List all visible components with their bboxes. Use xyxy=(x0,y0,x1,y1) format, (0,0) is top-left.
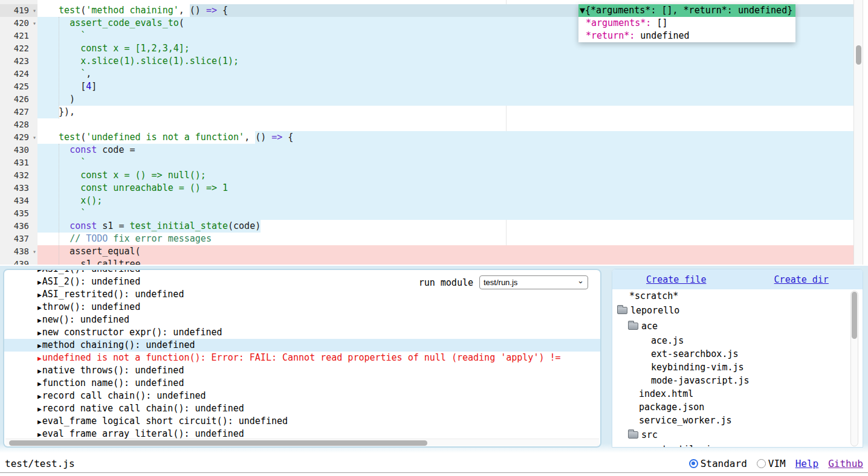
calltree-item[interactable]: ▶record native call chain(): undefined xyxy=(4,402,600,415)
code-line[interactable]: const x = [1,2,3,4]; xyxy=(37,42,853,55)
expand-triangle-icon[interactable]: ▶ xyxy=(37,431,42,439)
code-line[interactable]: ` xyxy=(37,156,853,169)
editor-line[interactable]: 422 const x = [1,2,3,4]; xyxy=(0,42,853,55)
calltree-item-label: new constructor expr(): undefined xyxy=(42,327,222,338)
editor-line[interactable]: 439 s1.calltree xyxy=(0,258,853,265)
code-line[interactable]: ) xyxy=(37,93,853,106)
editor-line[interactable]: 426 ) xyxy=(0,93,853,106)
file-tree-item[interactable]: keybinding-vim.js xyxy=(612,361,863,374)
tooltip-header[interactable]: ▼{*arguments*: [], *return*: undefined} xyxy=(578,4,795,17)
expand-triangle-icon[interactable]: ▶ xyxy=(37,380,42,388)
editor-line[interactable]: 428 xyxy=(0,118,853,131)
github-link[interactable]: Github xyxy=(828,458,863,469)
help-link[interactable]: Help xyxy=(795,458,819,469)
code-line[interactable]: ` xyxy=(37,207,853,220)
code-line[interactable]: const s1 = test_initial_state(code) xyxy=(37,220,853,233)
fold-marker-icon[interactable]: ▾ xyxy=(33,17,36,30)
expand-triangle-icon[interactable]: ▶ xyxy=(37,269,42,274)
expand-triangle-icon[interactable]: ▶ xyxy=(37,291,42,299)
calltree-item[interactable]: ▶native throws(): undefined xyxy=(4,364,600,377)
fold-marker-icon[interactable]: ▾ xyxy=(33,245,36,258)
calltree-item[interactable]: ▶function name(): undefined xyxy=(4,377,600,390)
file-tree-item[interactable]: ast_utils.js xyxy=(612,443,863,448)
code-line[interactable]: const code = xyxy=(37,144,853,156)
file-tree-item[interactable]: service_worker.js xyxy=(612,414,863,427)
file-tree-item[interactable]: mode-javascript.js xyxy=(612,374,863,387)
editor-line[interactable]: 431 ` xyxy=(0,156,853,169)
editor-line[interactable]: 425 [4] xyxy=(0,80,853,93)
calltree-hscrollbar-thumb[interactable] xyxy=(9,440,427,446)
code-line[interactable]: const unreachable = () => 1 xyxy=(37,182,853,195)
expand-triangle-icon[interactable]: ▶ xyxy=(37,393,42,400)
calltree-item[interactable]: ▶undefined is not a function(): Error: F… xyxy=(4,352,600,364)
editor-line[interactable]: 423 x.slice(1).slice(1).slice(1); xyxy=(0,55,853,68)
expand-triangle-icon[interactable]: ▶ xyxy=(37,278,42,286)
calltree-item[interactable]: ▶method chaining(): undefined xyxy=(4,339,600,352)
editor-line[interactable]: 427 }), xyxy=(0,106,853,118)
calltree-item[interactable]: ▶throw(): undefined xyxy=(4,301,600,314)
expand-triangle-icon[interactable]: ▶ xyxy=(37,342,42,350)
expand-triangle-icon[interactable]: ▶ xyxy=(37,418,42,426)
expand-triangle-icon[interactable]: ▶ xyxy=(37,405,42,413)
editor-line[interactable]: 436 const s1 = test_initial_state(code) xyxy=(0,220,853,233)
file-tree-item[interactable]: package.json xyxy=(612,400,863,414)
code-line[interactable]: // TODO fix error messages xyxy=(37,233,853,245)
code-token: [ xyxy=(48,81,86,92)
editor-line[interactable]: 430 const code = xyxy=(0,144,853,156)
expand-triangle-icon[interactable]: ▶ xyxy=(37,317,42,324)
code-text: `, xyxy=(48,68,91,79)
calltree-item[interactable]: ▶eval_frame logical short circuit(): und… xyxy=(4,415,600,428)
expand-triangle-icon[interactable]: ▶ xyxy=(37,329,42,337)
code-line[interactable]: [4] xyxy=(37,80,853,93)
code-line[interactable]: }), xyxy=(37,106,853,118)
run-module-select[interactable]: test/run.js ⌄ xyxy=(479,275,588,289)
calltree-item[interactable]: ▶record call chain(): undefined xyxy=(4,390,600,402)
file-tree-item[interactable]: ace xyxy=(612,318,863,334)
code-line[interactable] xyxy=(37,118,853,131)
editor-line[interactable]: 438▾ assert_equal( xyxy=(0,245,853,258)
indent-guide xyxy=(59,144,59,265)
editor-line[interactable]: 424 `, xyxy=(0,68,853,80)
create-file-link[interactable]: Create file xyxy=(646,274,706,285)
expand-triangle-icon[interactable]: ▶ xyxy=(37,355,42,362)
editor-scrollbar xyxy=(853,0,863,265)
calltree-item[interactable]: ▶new constructor expr(): undefined xyxy=(4,326,600,339)
standard-mode-radio[interactable]: Standard xyxy=(689,458,747,469)
vim-mode-radio[interactable]: VIM xyxy=(757,458,786,469)
editor-line[interactable]: 433 const unreachable = () => 1 xyxy=(0,182,853,195)
file-tree-scrollbar-thumb[interactable] xyxy=(852,292,857,339)
file-tree-item[interactable]: index.html xyxy=(612,387,863,400)
editor-line[interactable]: 432 const x = () => null(); xyxy=(0,169,853,182)
file-tree-item[interactable]: *scratch* xyxy=(612,289,863,303)
file-tree-item[interactable]: ace.js xyxy=(612,334,863,347)
calltree-item[interactable]: ▶ASI_restrited(): undefined xyxy=(4,288,600,301)
create-dir-link[interactable]: Create dir xyxy=(774,274,829,285)
code-editor[interactable]: 419▾ test('method chaining', () => {420▾… xyxy=(0,0,868,265)
file-tree-item[interactable]: leporello xyxy=(612,303,863,318)
editor-line[interactable]: 429▾ test('undefined is not a function',… xyxy=(0,131,853,144)
fold-marker-icon[interactable]: ▾ xyxy=(33,131,36,144)
code-line[interactable]: `, xyxy=(37,68,853,80)
editor-scrollbar-thumb[interactable] xyxy=(856,45,861,65)
calltree-item[interactable]: ▶new(): undefined xyxy=(4,314,600,326)
code-token: , () xyxy=(244,132,271,143)
code-line[interactable]: const x = () => null(); xyxy=(37,169,853,182)
line-number: 423 xyxy=(14,56,29,66)
gutter-cell: 437 xyxy=(0,233,37,245)
code-line[interactable]: s1.calltree xyxy=(37,258,853,265)
fold-marker-icon[interactable]: ▾ xyxy=(33,4,36,17)
editor-line[interactable]: 434 x(); xyxy=(0,195,853,207)
expand-triangle-icon[interactable]: ▶ xyxy=(37,367,42,375)
code-line[interactable]: assert_equal( xyxy=(37,245,853,258)
gutter-cell: 422 xyxy=(0,42,37,55)
editor-line[interactable]: 437 // TODO fix error messages xyxy=(0,233,853,245)
expand-triangle-icon[interactable]: ▶ xyxy=(37,304,42,312)
file-tree-item[interactable]: src xyxy=(612,427,863,443)
code-line[interactable]: test('undefined is not a function', () =… xyxy=(37,131,853,144)
file-tree-item[interactable]: ext-searchbox.js xyxy=(612,347,863,361)
tooltip-header-text: {*arguments*: [], *return*: undefined} xyxy=(585,5,792,16)
code-line[interactable]: x.slice(1).slice(1).slice(1); xyxy=(37,55,853,68)
calltree-item[interactable]: ▶ASI_1(): undefined xyxy=(4,269,600,275)
editor-line[interactable]: 435 ` xyxy=(0,207,853,220)
code-line[interactable]: x(); xyxy=(37,195,853,207)
